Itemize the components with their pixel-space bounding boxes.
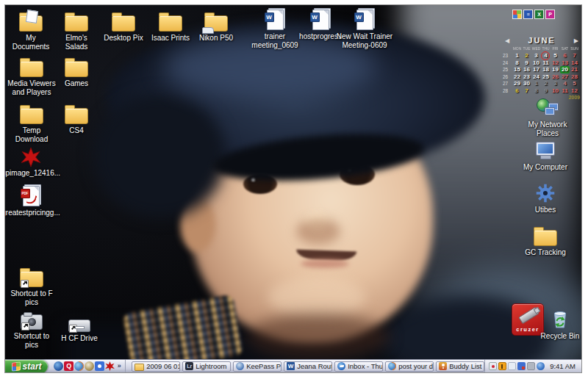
thunderbird-icon [337, 362, 345, 370]
folder-icon [65, 57, 88, 77]
tray-orange-app-icon[interactable] [498, 362, 506, 370]
pink-app-icon[interactable]: P [545, 10, 555, 19]
calendar-next-arrow[interactable]: ▶ [574, 37, 578, 44]
desktop-icon-cs4[interactable]: CS4 [54, 104, 99, 135]
desktop-icon-my-network-places[interactable]: My Network Places [518, 98, 577, 137]
desktop-icon-trainer-meeting[interactable]: W trainer meeting_0609 [248, 10, 302, 49]
desktop-icon-media-viewers[interactable]: Media Viewers and Players [7, 57, 57, 96]
folder-icon [20, 57, 43, 77]
desktop-icon-greatestpricing-pdf[interactable]: PDF greatestpricingg... [8, 186, 54, 217]
calendar-day-cell: 2 [522, 52, 531, 59]
calendar-day-cell: 8 [531, 87, 541, 95]
baby-ear [180, 198, 215, 252]
taskbar: start Q » 2009 06 01 Lr Lightroom [5, 359, 581, 372]
baby-eye [340, 164, 375, 185]
gear-icon [535, 183, 556, 203]
calendar-day-cell: 8 [512, 59, 522, 67]
calendar-day-cell: 9 [541, 87, 551, 95]
calendar-week-number: 25 [502, 66, 512, 73]
calendar-day-cell: 20 [560, 66, 570, 73]
desktop-icon-shortcut-f-pics[interactable]: Shortcut to F pics [7, 267, 57, 306]
task-button-buddy-list[interactable]: Buddy List [436, 361, 484, 372]
word-icon: W [287, 362, 295, 370]
wallpaper-shape [93, 93, 226, 218]
desktop[interactable]: My Documents Elmo's Salads Desktop Pix I… [5, 5, 581, 359]
wallpaper-shape [335, 145, 382, 155]
quick-launch-blue-orb-icon[interactable] [54, 361, 63, 371]
shortcut-arrow-icon [21, 322, 29, 331]
quick-launch-quicktime-icon[interactable]: Q [64, 361, 74, 371]
calendar-day-header: FRI [551, 46, 560, 51]
calendar-day-cell: 23 [522, 73, 531, 81]
calendar-day-cell: 30 [522, 80, 531, 87]
desktop-icon-isaac-prints[interactable]: Isaac Prints [148, 11, 193, 43]
task-button-2009-06-01[interactable]: 2009 06 01 [132, 361, 180, 372]
green-x-app-icon[interactable]: X [534, 10, 544, 19]
desktop-calendar-widget: ◀ JUNE ▶ MONTUEWEDTHUFRISATSUN2312345672… [502, 36, 581, 100]
wallpaper-shape [268, 277, 365, 317]
desktop-icon-upimage[interactable]: upimage_12416... [8, 146, 54, 178]
folder-icon [534, 225, 557, 246]
desktop-icon-my-documents[interactable]: My Documents [8, 11, 54, 51]
calendar-day-cell: 11 [560, 87, 570, 95]
desktop-icon-games[interactable]: Games [54, 57, 99, 88]
quick-launch-red-splat-icon[interactable] [105, 361, 115, 371]
quick-launch-globe-browser-icon[interactable] [85, 361, 94, 371]
calendar-month-title: JUNE [528, 36, 555, 45]
windows-colors-icon[interactable] [512, 10, 522, 19]
calendar-day-header: SAT [561, 46, 570, 51]
tray-pale-app-icon[interactable] [508, 362, 516, 370]
icon-label: Recycle Bin [541, 332, 580, 341]
tray-display-icon[interactable] [517, 362, 526, 370]
task-button-post-your-desktop[interactable]: post your deskt... [385, 361, 434, 372]
desktop-icon-temp-download[interactable]: Temp Download [7, 104, 57, 143]
calendar-day-cell: 28 [570, 73, 579, 81]
folder-open-icon [19, 11, 43, 32]
desktop-icon-new-wait-trainer-meeting[interactable]: W New Wait Trainer Meeting-0609 [333, 10, 396, 49]
blue-app-icon[interactable]: ≡ [523, 10, 533, 19]
desktop-icon-h-cf-drive[interactable]: H CF Drive [57, 311, 102, 343]
quick-launch-overflow-chevron[interactable]: » [115, 361, 123, 371]
task-button-keepass[interactable]: KeePass Passwo... [233, 361, 282, 372]
desktop-icon-shortcut-pics[interactable]: Shortcut to pics [7, 309, 57, 349]
task-button-inbox-thunderbird[interactable]: Inbox - Thunde... [334, 361, 383, 372]
desktop-icon-nikon-p50[interactable]: Nikon P50 [193, 11, 239, 43]
calendar-day-cell: 10 [551, 87, 560, 95]
calendar-prev-arrow[interactable]: ◀ [505, 37, 509, 44]
task-button-lightroom[interactable]: Lr Lightroom [182, 361, 231, 372]
calendar-day-cell: 1 [512, 52, 522, 59]
desktop-icon-my-computer[interactable]: My Computer [521, 140, 570, 172]
calendar-day-cell: 22 [512, 73, 522, 81]
calendar-day-cell: 25 [541, 73, 551, 81]
desktop-icon-cruzer[interactable]: cruzer [511, 303, 545, 336]
quick-launch-firefox-icon[interactable] [74, 361, 84, 371]
baby-nose [296, 218, 340, 245]
calendar-week-number: 23 [502, 52, 512, 59]
task-button-jeana-routh[interactable]: W Jeana Routh_1... [284, 361, 332, 372]
taskbar-clock: 9:41 AM [546, 362, 578, 370]
folder-icon [20, 104, 43, 124]
desktop-icon-elmos-salads[interactable]: Elmo's Salads [54, 11, 99, 51]
desktop-icon-gc-tracking[interactable]: GC Tracking [521, 225, 570, 257]
tray-blue-ball-icon[interactable] [537, 362, 545, 370]
word-document-icon: W [267, 10, 284, 30]
calendar-week-number: 24 [502, 59, 512, 67]
folder-icon [135, 364, 144, 371]
desktop-icon-utibes[interactable]: Utibes [523, 183, 568, 214]
tray-gray-app-icon[interactable] [527, 362, 535, 370]
tray-status-icon[interactable] [489, 362, 497, 370]
baby-eye [243, 174, 277, 194]
calendar-day-cell: 6 [512, 87, 522, 95]
folder-icon [65, 104, 88, 124]
start-button[interactable]: start [5, 360, 48, 373]
calendar-day-header: WED [532, 46, 541, 51]
calendar-day-cell: 27 [560, 73, 570, 81]
cruzer-usb-icon: cruzer [512, 303, 544, 336]
desktop-icon-recycle-bin[interactable]: Recycle Bin [537, 306, 581, 341]
calendar-day-cell: 14 [570, 59, 579, 67]
desktop-icon-desktop-pix[interactable]: Desktop Pix [101, 11, 146, 43]
task-label: Buddy List [449, 362, 481, 370]
folder-icon [159, 11, 182, 32]
icon-label: Utibes [535, 206, 556, 214]
quick-launch-blue-app-icon[interactable] [95, 361, 104, 371]
